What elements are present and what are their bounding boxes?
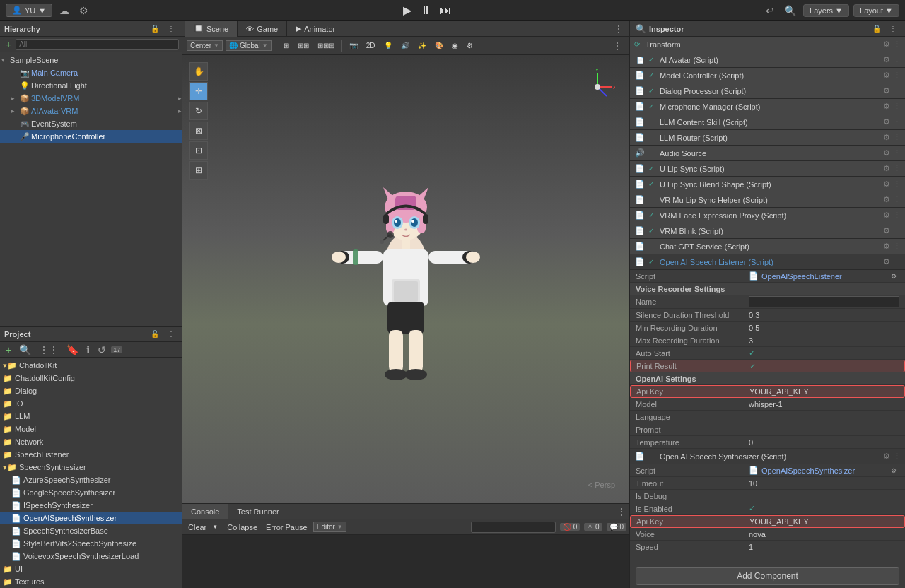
- scene-viewport[interactable]: ✋ ✛ ↻ ⊠ ⊡ ⊞: [182, 55, 629, 503]
- model-ctrl-menu[interactable]: ⋮: [893, 71, 901, 80]
- comp-llm-router[interactable]: 📄 LLM Router (Script) ⚙ ⋮: [630, 130, 905, 146]
- fx-btn[interactable]: ✨: [415, 40, 429, 51]
- layout-button[interactable]: Layout ▼: [853, 4, 899, 17]
- comp-llm-content-skill[interactable]: 📄 LLM Content Skill (Script) ⚙ ⋮: [630, 114, 905, 130]
- openai-synth-menu[interactable]: ⋮: [893, 452, 901, 461]
- cloud-button[interactable]: ☁: [57, 4, 72, 18]
- script-field-btn[interactable]: ⚙: [888, 271, 899, 281]
- tab-test-runner[interactable]: Test Runner: [228, 504, 288, 519]
- clear-button[interactable]: Clear: [185, 523, 209, 531]
- undo-button[interactable]: ↩: [763, 4, 777, 18]
- vr-mu-menu[interactable]: ⋮: [893, 195, 901, 204]
- inspector-menu-btn[interactable]: ⋮: [887, 23, 899, 34]
- project-sort-btn[interactable]: ⋮⋮: [36, 343, 62, 357]
- ai-avatar-menu-icon[interactable]: ⋮: [893, 55, 901, 64]
- play-button[interactable]: ▶: [400, 4, 414, 17]
- clear-dropdown-arrow[interactable]: ▼: [212, 524, 218, 530]
- scene-tabs-menu[interactable]: ⋮: [611, 22, 626, 36]
- snap-btn[interactable]: ⊞⊞: [295, 40, 312, 51]
- layers-button[interactable]: Layers ▼: [803, 4, 849, 17]
- move-tool[interactable]: ✛: [189, 82, 208, 100]
- 2d-btn[interactable]: 2D: [363, 40, 378, 51]
- account-button[interactable]: 👤 YU ▼: [6, 4, 52, 17]
- api-key-synth-value[interactable]: YOUR_API_KEY: [749, 517, 899, 526]
- project-item-openai-synth[interactable]: 📄 OpenAISpeechSynthesizer: [0, 512, 182, 524]
- gizmo-btn[interactable]: ⚙: [464, 40, 476, 51]
- comp-model-controller[interactable]: 📄 ✓ Model Controller (Script) ⚙ ⋮: [630, 68, 905, 83]
- model-ctrl-settings[interactable]: ⚙: [883, 71, 890, 80]
- light-btn[interactable]: 💡: [381, 40, 395, 51]
- console-search-input[interactable]: [471, 522, 556, 533]
- transform-settings-icon[interactable]: ⚙: [883, 40, 890, 49]
- collapse-button[interactable]: Collapse: [224, 523, 260, 531]
- comp-audio-source[interactable]: 🔊 Audio Source ⚙ ⋮: [630, 146, 905, 161]
- u-lip-sync-settings[interactable]: ⚙: [883, 164, 890, 173]
- project-item-chatdollkit[interactable]: ▾📁 ChatdollKit: [0, 359, 182, 372]
- vr-mu-settings[interactable]: ⚙: [883, 195, 890, 204]
- grid-btn[interactable]: ⊞: [281, 40, 292, 51]
- center-dropdown[interactable]: Center ▼: [187, 40, 223, 51]
- project-item-io[interactable]: 📁 IO: [0, 397, 182, 410]
- hierarchy-item-directional-light[interactable]: 💡 Directional Light: [0, 79, 182, 92]
- project-item-model[interactable]: 📁 Model: [0, 423, 182, 435]
- comp-microphone-manager[interactable]: 📄 ✓ Microphone Manager (Script) ⚙ ⋮: [630, 99, 905, 114]
- step-button[interactable]: ⏭: [437, 4, 454, 17]
- llm-content-menu[interactable]: ⋮: [893, 117, 901, 127]
- hierarchy-menu-btn[interactable]: ⋮: [165, 23, 177, 34]
- add-component-button[interactable]: Add Component: [636, 567, 899, 585]
- name-input[interactable]: [749, 296, 899, 307]
- api-key-listener-value[interactable]: YOUR_API_KEY: [749, 387, 899, 396]
- synth-script-btn[interactable]: ⚙: [888, 466, 899, 476]
- mic-manager-menu[interactable]: ⋮: [893, 102, 901, 111]
- project-item-voicevox[interactable]: 📄 VoicevoxSpeechSynthesizerLoad: [0, 550, 182, 563]
- comp-openai-listener[interactable]: 📄 ✓ Open AI Speech Listener (Script) ⚙ ⋮: [630, 254, 905, 270]
- tab-animator[interactable]: ▶ Animator: [287, 21, 344, 37]
- hand-tool[interactable]: ✋: [189, 62, 208, 81]
- chatgpt-settings[interactable]: ⚙: [883, 242, 890, 251]
- vrm-face-settings[interactable]: ⚙: [883, 211, 890, 220]
- shading-btn[interactable]: 🎨: [432, 40, 446, 51]
- tab-game[interactable]: 👁 Game: [238, 21, 287, 37]
- project-item-speechlistener[interactable]: 📁 SpeechListener: [0, 448, 182, 461]
- project-info-btn[interactable]: ℹ: [83, 343, 93, 357]
- comp-u-lip-sync[interactable]: 📄 ✓ U Lip Sync (Script) ⚙ ⋮: [630, 161, 905, 177]
- comp-ai-avatar[interactable]: 📄 ✓ AI Avatar (Script) ⚙ ⋮: [630, 52, 905, 68]
- openai-synth-settings[interactable]: ⚙: [883, 452, 890, 461]
- inspector-lock-btn[interactable]: 🔓: [870, 23, 884, 34]
- project-refresh-btn[interactable]: ↺: [95, 343, 109, 357]
- project-item-llm[interactable]: 📁 LLM: [0, 410, 182, 423]
- pause-button[interactable]: ⏸: [417, 4, 434, 17]
- transform-menu-icon[interactable]: ⋮: [893, 40, 901, 49]
- project-item-dialog[interactable]: 📁 Dialog: [0, 384, 182, 397]
- console-menu-btn[interactable]: ⋮: [614, 505, 629, 519]
- camera-btn[interactable]: 📷: [346, 40, 361, 51]
- comp-vrm-blink[interactable]: 📄 ✓ VRM Blink (Script) ⚙ ⋮: [630, 223, 905, 239]
- hierarchy-item-3dmodel-vrm[interactable]: ▸ 📦 3DModelVRM ▸: [0, 92, 182, 105]
- script-ref[interactable]: 📄 OpenAISpeechListener: [749, 271, 888, 281]
- project-item-textures[interactable]: 📁 Textures: [0, 575, 182, 588]
- comp-transform[interactable]: ⟳ Transform ⚙ ⋮: [630, 37, 905, 52]
- project-item-ui[interactable]: 📁 UI: [0, 563, 182, 575]
- openai-listener-menu[interactable]: ⋮: [893, 257, 901, 266]
- comp-vr-mu-lip-sync[interactable]: 📄 VR Mu Lip Sync Helper (Script) ⚙ ⋮: [630, 192, 905, 208]
- u-lip-sync-blend-menu[interactable]: ⋮: [893, 180, 901, 189]
- project-item-chatdollkitconfig[interactable]: 📁 ChatdollKitConfig: [0, 372, 182, 384]
- comp-vrm-face-expression[interactable]: 📄 ✓ VRM Face Expression Proxy (Script) ⚙…: [630, 208, 905, 223]
- project-item-google[interactable]: 📄 GoogleSpeechSynthesizer: [0, 486, 182, 499]
- project-menu-btn[interactable]: ⋮: [165, 329, 177, 339]
- scene-menu-btn[interactable]: ⋮: [609, 39, 625, 53]
- ai-avatar-settings-icon[interactable]: ⚙: [883, 55, 890, 64]
- project-search-btn[interactable]: 🔍: [16, 343, 34, 357]
- llm-router-menu[interactable]: ⋮: [893, 133, 901, 142]
- transform-tool[interactable]: ⊞: [189, 161, 208, 180]
- comp-chatgpt-service[interactable]: 📄 Chat GPT Service (Script) ⚙ ⋮: [630, 239, 905, 254]
- hierarchy-item-microphone-controller[interactable]: 🎤 MicrophoneController: [0, 130, 182, 143]
- print-result-check[interactable]: ✓: [749, 362, 756, 371]
- vrm-blink-menu[interactable]: ⋮: [893, 226, 901, 235]
- hierarchy-add-btn[interactable]: +: [3, 37, 14, 52]
- hierarchy-item-main-camera[interactable]: 📷 Main Camera: [0, 66, 182, 79]
- project-filter-btn[interactable]: 🔖: [64, 343, 81, 357]
- global-dropdown[interactable]: 🌐 Global ▼: [226, 40, 272, 51]
- tab-console[interactable]: Console: [182, 504, 228, 519]
- settings-button[interactable]: ⚙: [76, 4, 91, 18]
